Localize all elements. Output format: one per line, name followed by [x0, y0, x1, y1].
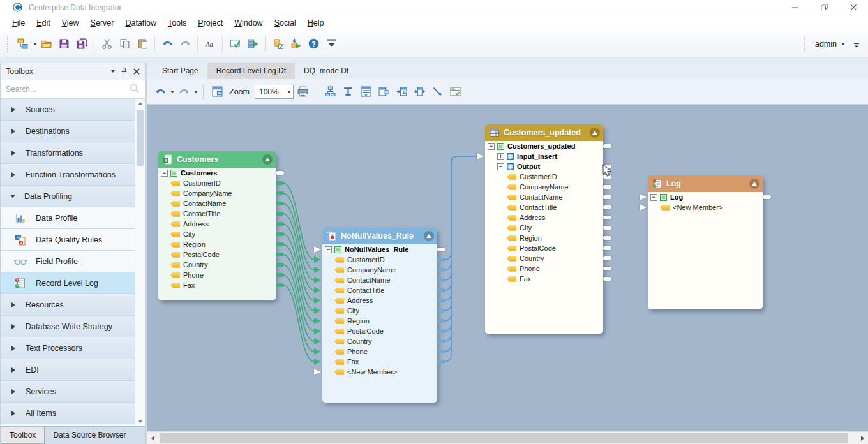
- output-port[interactable]: [276, 283, 284, 287]
- restore-button[interactable]: [809, 0, 839, 15]
- sidebar-item-data-profile[interactable]: Data Profile: [1, 207, 135, 229]
- scroll-right-button[interactable]: [857, 432, 868, 444]
- output-port[interactable]: [603, 175, 611, 179]
- output-port[interactable]: [437, 329, 445, 333]
- input-port[interactable]: [314, 287, 321, 293]
- scroll-up-button[interactable]: [135, 99, 145, 108]
- scrollbar-thumb[interactable]: [160, 433, 848, 443]
- node-field-contactname[interactable]: ContactName: [485, 192, 603, 202]
- input-port[interactable]: [314, 338, 321, 344]
- scroll-left-button[interactable]: [147, 432, 158, 444]
- open-file-button[interactable]: [37, 35, 55, 53]
- save-all-button[interactable]: [73, 35, 91, 53]
- node-field-companyname[interactable]: CompanyName: [485, 182, 603, 192]
- sidebar-item-text-processors[interactable]: Text Processors: [1, 337, 135, 359]
- sidebar-item-database-write-strategy[interactable]: Database Write Strategy: [1, 316, 135, 337]
- node-field-city[interactable]: City: [485, 223, 603, 233]
- input-port[interactable]: [314, 318, 321, 324]
- chevron-down-icon[interactable]: [283, 85, 293, 98]
- node-header[interactable]: xCustomers: [158, 151, 276, 168]
- node-field-fax[interactable]: Fax: [485, 274, 603, 284]
- node-field-contacttitle[interactable]: ContactTitle: [322, 285, 437, 295]
- verify-window-button[interactable]: [226, 35, 244, 53]
- copy-button[interactable]: [116, 35, 133, 53]
- node-field-fax[interactable]: Fax: [322, 357, 437, 367]
- input-port[interactable]: [640, 204, 647, 211]
- sidebar-item-function-transformations[interactable]: Function Transformations: [1, 164, 135, 186]
- output-port[interactable]: [276, 202, 284, 205]
- document-tab-record-level-log-df[interactable]: Record Level Log.Df: [207, 63, 295, 79]
- node-field-address[interactable]: Address: [322, 295, 437, 306]
- input-port[interactable]: [314, 256, 321, 263]
- collapse-node-button[interactable]: [590, 128, 600, 138]
- input-port[interactable]: [314, 348, 321, 355]
- panel-menu-chevron-icon[interactable]: [111, 70, 115, 73]
- expand-all-button[interactable]: [209, 84, 225, 100]
- output-port[interactable]: [276, 273, 284, 277]
- input-port[interactable]: [640, 194, 647, 200]
- node-field-output[interactable]: −✻Output: [485, 161, 603, 172]
- sidebar-item-data-quality-rules[interactable]: ifData Quality Rules: [1, 229, 135, 251]
- node-field-region[interactable]: Region: [322, 316, 437, 326]
- output-port[interactable]: [276, 222, 284, 226]
- output-port[interactable]: [437, 339, 445, 343]
- output-port[interactable]: [437, 268, 445, 272]
- print-button[interactable]: [295, 84, 311, 100]
- menu-item-window[interactable]: Window: [228, 15, 268, 31]
- node-window-button[interactable]: [376, 84, 393, 100]
- input-port[interactable]: [314, 369, 321, 375]
- sidebar-item-sources[interactable]: Sources: [1, 99, 135, 121]
- scrollbar-track[interactable]: [158, 432, 857, 444]
- menu-item-file[interactable]: File: [6, 15, 31, 31]
- output-port[interactable]: [437, 278, 445, 282]
- input-port[interactable]: [314, 267, 321, 273]
- output-port[interactable]: [437, 299, 445, 302]
- sidebar-item-edi[interactable]: EDI: [1, 359, 135, 381]
- node-field-log[interactable]: −Log: [648, 192, 763, 202]
- scrollbar-thumb[interactable]: [137, 110, 144, 166]
- output-port[interactable]: [603, 277, 611, 281]
- toolbox-scrollbar[interactable]: [135, 99, 145, 426]
- output-port[interactable]: [437, 350, 445, 353]
- collapse-expander-icon[interactable]: −: [650, 194, 657, 201]
- zoom-combobox[interactable]: 100%: [255, 85, 294, 99]
- dataflow-node-log[interactable]: Log−Log<New Member>: [648, 175, 763, 309]
- dataflow-node-customers-updated[interactable]: Customers_updated−Customers_updated+✻Inp…: [485, 124, 603, 334]
- toolbar-grip[interactable]: [804, 36, 807, 52]
- node-field-input-insert[interactable]: +✻Input_Insert: [485, 151, 603, 161]
- close-button[interactable]: [839, 0, 868, 15]
- run-import-button[interactable]: [287, 35, 304, 53]
- output-port[interactable]: [763, 195, 771, 199]
- scroll-down-button[interactable]: [135, 417, 145, 426]
- menu-item-project[interactable]: Project: [192, 15, 228, 31]
- output-port[interactable]: [603, 205, 611, 209]
- node-header[interactable]: “NoNullValues_Rule: [322, 228, 437, 244]
- search-input[interactable]: [6, 85, 129, 94]
- toolbar-grip[interactable]: [7, 36, 10, 52]
- chevron-down-icon[interactable]: [194, 91, 198, 93]
- menu-item-dataflow[interactable]: Dataflow: [119, 15, 162, 31]
- node-field-city[interactable]: City: [158, 229, 276, 239]
- panel-tab-data-source-browser[interactable]: Data Source Browser: [45, 427, 134, 444]
- output-port[interactable]: [276, 191, 284, 195]
- input-port[interactable]: [314, 307, 321, 314]
- input-port[interactable]: [314, 246, 321, 253]
- output-port[interactable]: [437, 360, 445, 364]
- toolbar-overflow-button[interactable]: [851, 40, 862, 52]
- node-field-postalcode[interactable]: PostalCode: [485, 243, 603, 253]
- dataflow-node-customers[interactable]: xCustomers−CustomersCustomerIDCompanyNam…: [158, 151, 276, 300]
- undo-button[interactable]: [158, 35, 176, 53]
- node-field-nonullvalues-rule[interactable]: −NoNullValues_Rule: [322, 244, 437, 255]
- paste-button[interactable]: [133, 35, 151, 53]
- node-field-customers-updated[interactable]: −Customers_updated: [485, 141, 603, 151]
- node-field-region[interactable]: Region: [485, 233, 603, 243]
- output-port[interactable]: [603, 185, 611, 189]
- collapse-expander-icon[interactable]: −: [497, 163, 504, 170]
- sidebar-item-all-items[interactable]: All Items: [1, 403, 135, 424]
- output-port[interactable]: [276, 242, 284, 246]
- menu-item-help[interactable]: Help: [302, 15, 330, 31]
- menu-item-view[interactable]: View: [56, 15, 85, 31]
- node-field-customerid[interactable]: CustomerID: [322, 255, 437, 265]
- output-port[interactable]: [603, 144, 611, 148]
- node-field-country[interactable]: Country: [485, 253, 603, 263]
